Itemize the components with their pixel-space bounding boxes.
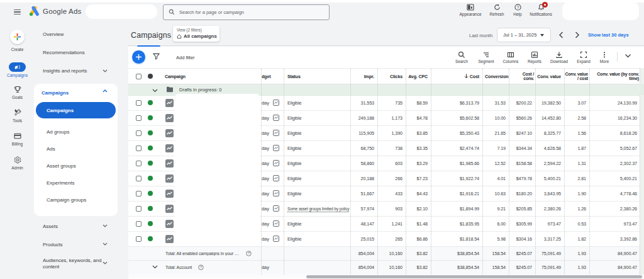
budget-report-icon[interactable] — [273, 205, 279, 212]
row-checkbox[interactable] — [136, 115, 142, 121]
toolbar-columns-button[interactable]: Columns — [498, 51, 523, 64]
expand-account-row-button[interactable] — [152, 265, 158, 270]
account-info-redacted[interactable] — [562, 2, 639, 20]
sidebar-item-insights-and-reports[interactable]: Insights and reports — [43, 68, 87, 74]
budget-report-icon[interactable] — [273, 160, 279, 166]
chevron-down-icon[interactable] — [152, 89, 158, 93]
rail-item-billing[interactable]: Billing — [0, 132, 35, 146]
budget-report-button[interactable] — [271, 160, 279, 166]
sidebar-item-overview[interactable]: Overview — [43, 31, 64, 37]
chevron-up-icon[interactable] — [103, 89, 108, 93]
rail-item-goals[interactable]: Goals — [0, 85, 35, 100]
column-header-cost_per_conv[interactable]: Cost / conv. — [509, 69, 535, 84]
budget-report-icon[interactable] — [273, 100, 279, 106]
row-checkbox[interactable] — [136, 221, 142, 227]
add-campaign-button[interactable] — [132, 50, 145, 64]
total-help-button[interactable]: ? — [195, 265, 204, 270]
budget-report-icon[interactable] — [273, 236, 279, 242]
sidebar-item-products[interactable]: Products — [43, 242, 63, 248]
sidebar-item-campaign-groups[interactable]: Campaign groups — [47, 197, 86, 203]
row-checkbox[interactable] — [136, 145, 142, 151]
filter-funnel-icon[interactable] — [153, 53, 160, 60]
budget-report-icon[interactable] — [273, 220, 279, 227]
toolbar-reports-button[interactable]: Reports — [522, 51, 547, 64]
budget-report-button[interactable] — [271, 100, 279, 106]
row-checkbox[interactable] — [136, 161, 142, 166]
date-range-selector[interactable]: Jul 1 – 31, 2025 — [497, 28, 551, 42]
hamburger-menu-icon[interactable] — [14, 9, 21, 14]
appearance-button[interactable]: Appearance — [457, 4, 484, 20]
budget-report-button[interactable] — [271, 205, 279, 212]
column-header-conv_value_per_cost[interactable]: Conv. value / cost — [564, 69, 589, 84]
horizontal-scrollbar-thumb[interactable] — [306, 275, 642, 278]
sidebar-item-experiments[interactable]: Experiments — [47, 180, 74, 186]
notifications-button[interactable]: Notifications — [527, 4, 555, 20]
total-help-button[interactable]: ? — [243, 251, 252, 256]
column-header-cost[interactable]: Cost — [431, 69, 482, 84]
budget-report-icon[interactable] — [273, 190, 279, 196]
chevron-down-icon[interactable] — [103, 69, 108, 72]
column-header-status[interactable]: Status — [284, 69, 350, 84]
rail-item-create[interactable]: Create — [0, 30, 35, 52]
rail-item-admin[interactable]: Admin — [0, 156, 35, 170]
select-all-checkbox[interactable] — [136, 74, 142, 79]
chevron-down-icon[interactable] — [103, 242, 108, 246]
rail-campaigns-pill[interactable] — [9, 62, 26, 72]
row-checkbox[interactable] — [136, 130, 142, 136]
column-header-budget[interactable]: Budget — [261, 74, 271, 79]
sidebar-item-recommendations[interactable]: Recommendations — [43, 50, 85, 55]
budget-report-button[interactable] — [271, 220, 279, 227]
collapse-drafts-button[interactable] — [152, 84, 158, 95]
chevron-down-icon[interactable] — [103, 224, 108, 227]
row-checkbox[interactable] — [136, 236, 142, 242]
budget-report-icon[interactable] — [273, 175, 279, 181]
rail-item-tools[interactable]: Tools — [0, 108, 35, 123]
rail-item-campaigns[interactable]: Campaigns — [0, 62, 35, 77]
chevron-right-icon[interactable] — [575, 31, 580, 38]
create-button[interactable] — [10, 30, 25, 44]
toolbar-more-button[interactable]: More — [592, 51, 617, 64]
toolbar-search-button[interactable]: Search — [449, 51, 474, 64]
sidebar-item-audiences-keywords-content[interactable]: Audiences, keywords, and content — [43, 258, 104, 270]
budget-report-button[interactable] — [271, 115, 279, 121]
column-header-clicks[interactable]: Clicks — [377, 69, 406, 84]
column-header-conv_value[interactable]: Conv. value — [535, 69, 564, 84]
sidebar-item-campaigns-selected[interactable]: Campaigns — [36, 102, 116, 118]
chevron-down-icon[interactable] — [625, 54, 631, 58]
toolbar-segment-button[interactable]: Segment — [474, 51, 499, 64]
show-last-30-days-link[interactable]: Show last 30 days — [588, 32, 629, 38]
sidebar-section-campaigns[interactable]: Campaigns — [42, 90, 69, 96]
chevron-down-icon[interactable] — [152, 265, 158, 269]
account-selector-redacted[interactable] — [86, 4, 157, 19]
chevron-down-icon[interactable] — [103, 261, 108, 265]
row-checkbox[interactable] — [136, 100, 142, 106]
drafts-in-progress-label[interactable]: Drafts in progress: 0 — [179, 87, 222, 93]
budget-report-button[interactable] — [271, 145, 279, 151]
row-checkbox[interactable] — [136, 206, 142, 212]
row-checkbox[interactable] — [136, 191, 142, 196]
budget-report-icon[interactable] — [273, 130, 279, 136]
help-circle-icon[interactable]: ? — [198, 265, 204, 270]
budget-report-button[interactable] — [271, 236, 279, 242]
global-search-input[interactable]: Search for a page or campaign — [163, 4, 330, 20]
column-header-impr[interactable]: Impr. — [350, 69, 377, 84]
column-header-avg_cpc[interactable]: Avg. CPC — [406, 69, 431, 84]
sidebar-item-ad-groups[interactable]: Ad groups — [47, 129, 69, 135]
budget-report-icon[interactable] — [273, 115, 279, 121]
sidebar-item-ads[interactable]: Ads — [47, 146, 55, 152]
add-filter-button[interactable]: Add filter — [176, 55, 195, 60]
budget-report-button[interactable] — [271, 190, 279, 196]
budget-report-button[interactable] — [271, 130, 279, 136]
sidebar-item-asset-groups[interactable]: Asset groups — [47, 163, 76, 169]
view-filter-chip[interactable]: View (2 filters) All campaigns — [173, 26, 219, 42]
budget-report-icon[interactable] — [273, 145, 279, 151]
row-checkbox[interactable] — [136, 176, 142, 181]
status-text[interactable]: Some asset groups limited by policy — [287, 207, 349, 211]
toolbar-download-button[interactable]: Download — [547, 51, 572, 64]
column-header-conversions[interactable]: Conversions — [482, 69, 509, 84]
budget-report-button[interactable] — [271, 175, 279, 181]
sidebar-item-assets[interactable]: Assets — [43, 224, 58, 229]
column-header-campaign[interactable]: Campaign — [165, 74, 186, 79]
help-circle-icon[interactable]: ? — [246, 251, 252, 256]
column-header-conv_value_by_time[interactable]: Conv. value (by conv. time) — [589, 69, 640, 84]
